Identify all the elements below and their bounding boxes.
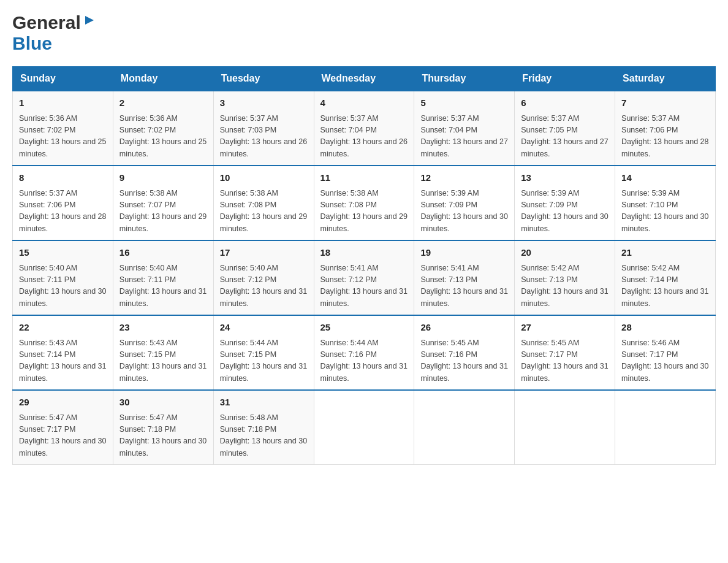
day-number: 24 <box>220 321 308 335</box>
day-info: Sunrise: 5:45 AMSunset: 7:17 PMDaylight:… <box>521 337 609 385</box>
day-info: Sunrise: 5:43 AMSunset: 7:15 PMDaylight:… <box>119 337 207 385</box>
day-info: Sunrise: 5:39 AMSunset: 7:10 PMDaylight:… <box>621 188 709 236</box>
day-info: Sunrise: 5:36 AMSunset: 7:02 PMDaylight:… <box>119 113 207 161</box>
calendar-cell: 16Sunrise: 5:40 AMSunset: 7:11 PMDayligh… <box>113 240 213 315</box>
calendar-cell: 19Sunrise: 5:41 AMSunset: 7:13 PMDayligh… <box>414 240 515 315</box>
day-info: Sunrise: 5:36 AMSunset: 7:02 PMDaylight:… <box>19 113 107 161</box>
day-number: 4 <box>320 96 408 110</box>
week-row-3: 15Sunrise: 5:40 AMSunset: 7:11 PMDayligh… <box>13 240 716 315</box>
day-info: Sunrise: 5:37 AMSunset: 7:03 PMDaylight:… <box>220 113 308 161</box>
calendar-cell: 11Sunrise: 5:38 AMSunset: 7:08 PMDayligh… <box>314 166 414 240</box>
calendar-cell: 27Sunrise: 5:45 AMSunset: 7:17 PMDayligh… <box>515 315 615 390</box>
day-info: Sunrise: 5:45 AMSunset: 7:16 PMDaylight:… <box>420 337 508 385</box>
calendar-cell: 15Sunrise: 5:40 AMSunset: 7:11 PMDayligh… <box>13 240 113 315</box>
day-number: 7 <box>621 96 709 110</box>
column-header-monday: Monday <box>113 67 213 91</box>
day-number: 13 <box>521 171 609 185</box>
day-info: Sunrise: 5:37 AMSunset: 7:06 PMDaylight:… <box>621 113 709 161</box>
svg-marker-0 <box>85 16 94 25</box>
day-number: 26 <box>420 321 508 335</box>
calendar-cell <box>515 390 615 465</box>
day-info: Sunrise: 5:41 AMSunset: 7:12 PMDaylight:… <box>320 262 408 310</box>
day-number: 14 <box>621 171 709 185</box>
calendar-cell: 10Sunrise: 5:38 AMSunset: 7:08 PMDayligh… <box>213 166 314 240</box>
day-info: Sunrise: 5:44 AMSunset: 7:16 PMDaylight:… <box>320 337 408 385</box>
day-number: 16 <box>119 246 207 260</box>
page-header: General Blue <box>12 12 716 54</box>
calendar-body: 1Sunrise: 5:36 AMSunset: 7:02 PMDaylight… <box>13 91 716 465</box>
day-number: 11 <box>320 171 408 185</box>
column-header-friday: Friday <box>515 67 615 91</box>
week-row-2: 8Sunrise: 5:37 AMSunset: 7:06 PMDaylight… <box>13 166 716 240</box>
logo-arrow-icon <box>83 13 96 29</box>
calendar-cell: 1Sunrise: 5:36 AMSunset: 7:02 PMDaylight… <box>13 91 113 166</box>
column-header-sunday: Sunday <box>13 67 113 91</box>
logo-general-text: General <box>12 12 81 33</box>
calendar-cell: 28Sunrise: 5:46 AMSunset: 7:17 PMDayligh… <box>615 315 716 390</box>
day-info: Sunrise: 5:42 AMSunset: 7:14 PMDaylight:… <box>621 262 709 310</box>
column-header-wednesday: Wednesday <box>314 67 414 91</box>
day-number: 17 <box>220 246 308 260</box>
column-header-saturday: Saturday <box>615 67 716 91</box>
logo: General Blue <box>12 12 96 54</box>
calendar-cell: 30Sunrise: 5:47 AMSunset: 7:18 PMDayligh… <box>113 390 213 465</box>
day-number: 21 <box>621 246 709 260</box>
calendar-cell: 6Sunrise: 5:37 AMSunset: 7:05 PMDaylight… <box>515 91 615 166</box>
day-info: Sunrise: 5:37 AMSunset: 7:05 PMDaylight:… <box>521 113 609 161</box>
day-info: Sunrise: 5:48 AMSunset: 7:18 PMDaylight:… <box>220 412 308 460</box>
calendar-cell: 3Sunrise: 5:37 AMSunset: 7:03 PMDaylight… <box>213 91 314 166</box>
calendar-cell <box>615 390 716 465</box>
calendar-cell: 14Sunrise: 5:39 AMSunset: 7:10 PMDayligh… <box>615 166 716 240</box>
day-number: 10 <box>220 171 308 185</box>
calendar-cell: 5Sunrise: 5:37 AMSunset: 7:04 PMDaylight… <box>414 91 515 166</box>
day-number: 31 <box>220 396 308 410</box>
calendar-table: SundayMondayTuesdayWednesdayThursdayFrid… <box>12 66 716 465</box>
calendar-cell <box>414 390 515 465</box>
day-number: 8 <box>19 171 107 185</box>
calendar-cell: 26Sunrise: 5:45 AMSunset: 7:16 PMDayligh… <box>414 315 515 390</box>
day-number: 3 <box>220 96 308 110</box>
day-number: 25 <box>320 321 408 335</box>
day-info: Sunrise: 5:44 AMSunset: 7:15 PMDaylight:… <box>220 337 308 385</box>
calendar-cell: 18Sunrise: 5:41 AMSunset: 7:12 PMDayligh… <box>314 240 414 315</box>
calendar-header: SundayMondayTuesdayWednesdayThursdayFrid… <box>13 67 716 91</box>
calendar-cell: 12Sunrise: 5:39 AMSunset: 7:09 PMDayligh… <box>414 166 515 240</box>
calendar-cell: 29Sunrise: 5:47 AMSunset: 7:17 PMDayligh… <box>13 390 113 465</box>
day-number: 20 <box>521 246 609 260</box>
day-info: Sunrise: 5:43 AMSunset: 7:14 PMDaylight:… <box>19 337 107 385</box>
calendar-cell: 13Sunrise: 5:39 AMSunset: 7:09 PMDayligh… <box>515 166 615 240</box>
calendar-cell: 25Sunrise: 5:44 AMSunset: 7:16 PMDayligh… <box>314 315 414 390</box>
day-info: Sunrise: 5:40 AMSunset: 7:12 PMDaylight:… <box>220 262 308 310</box>
day-info: Sunrise: 5:38 AMSunset: 7:08 PMDaylight:… <box>320 188 408 236</box>
day-number: 9 <box>119 171 207 185</box>
calendar-cell: 7Sunrise: 5:37 AMSunset: 7:06 PMDaylight… <box>615 91 716 166</box>
calendar-cell: 21Sunrise: 5:42 AMSunset: 7:14 PMDayligh… <box>615 240 716 315</box>
week-row-4: 22Sunrise: 5:43 AMSunset: 7:14 PMDayligh… <box>13 315 716 390</box>
column-header-thursday: Thursday <box>414 67 515 91</box>
day-number: 18 <box>320 246 408 260</box>
calendar-cell: 2Sunrise: 5:36 AMSunset: 7:02 PMDaylight… <box>113 91 213 166</box>
calendar-cell: 8Sunrise: 5:37 AMSunset: 7:06 PMDaylight… <box>13 166 113 240</box>
day-info: Sunrise: 5:42 AMSunset: 7:13 PMDaylight:… <box>521 262 609 310</box>
day-number: 1 <box>19 96 107 110</box>
day-info: Sunrise: 5:40 AMSunset: 7:11 PMDaylight:… <box>19 262 107 310</box>
day-number: 30 <box>119 396 207 410</box>
day-number: 28 <box>621 321 709 335</box>
day-number: 15 <box>19 246 107 260</box>
logo-blue-text: Blue <box>12 33 52 53</box>
calendar-cell: 24Sunrise: 5:44 AMSunset: 7:15 PMDayligh… <box>213 315 314 390</box>
day-info: Sunrise: 5:39 AMSunset: 7:09 PMDaylight:… <box>420 188 508 236</box>
day-info: Sunrise: 5:47 AMSunset: 7:17 PMDaylight:… <box>19 412 107 460</box>
calendar-cell: 22Sunrise: 5:43 AMSunset: 7:14 PMDayligh… <box>13 315 113 390</box>
calendar-cell: 20Sunrise: 5:42 AMSunset: 7:13 PMDayligh… <box>515 240 615 315</box>
calendar-cell: 4Sunrise: 5:37 AMSunset: 7:04 PMDaylight… <box>314 91 414 166</box>
week-row-5: 29Sunrise: 5:47 AMSunset: 7:17 PMDayligh… <box>13 390 716 465</box>
day-info: Sunrise: 5:37 AMSunset: 7:06 PMDaylight:… <box>19 188 107 236</box>
day-info: Sunrise: 5:39 AMSunset: 7:09 PMDaylight:… <box>521 188 609 236</box>
column-header-tuesday: Tuesday <box>213 67 314 91</box>
day-info: Sunrise: 5:46 AMSunset: 7:17 PMDaylight:… <box>621 337 709 385</box>
week-row-1: 1Sunrise: 5:36 AMSunset: 7:02 PMDaylight… <box>13 91 716 166</box>
day-info: Sunrise: 5:38 AMSunset: 7:07 PMDaylight:… <box>119 188 207 236</box>
day-number: 27 <box>521 321 609 335</box>
calendar-cell: 23Sunrise: 5:43 AMSunset: 7:15 PMDayligh… <box>113 315 213 390</box>
